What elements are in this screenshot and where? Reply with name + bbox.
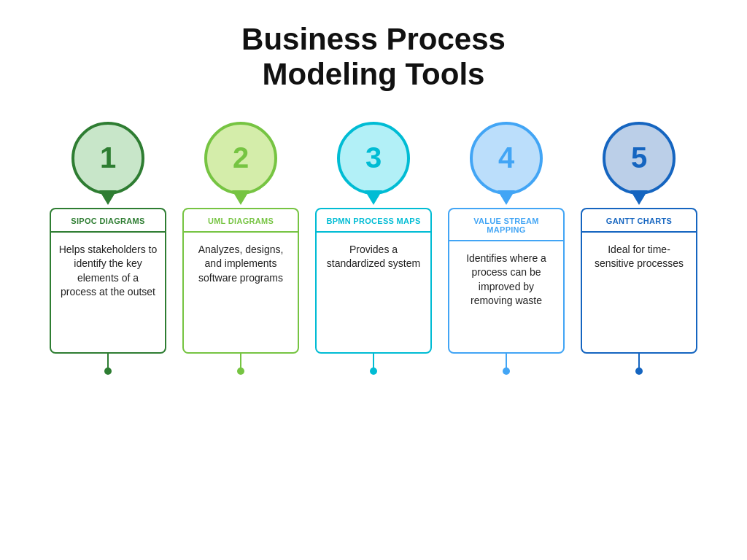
card-body-5: Ideal for time-sensitive processes — [582, 233, 696, 281]
card-title-3: BPMN PROCESS MAPS — [320, 209, 426, 231]
card-wrapper-1: 1 SIPOC DIAGRAMS Helps stakeholders to i… — [46, 122, 170, 375]
card-box-3: BPMN PROCESS MAPS Provides a standardize… — [315, 208, 432, 354]
card-title-4: VALUE STREAM MAPPING — [449, 209, 563, 240]
card-title-1: SIPOC DIAGRAMS — [65, 209, 150, 231]
dot-2 — [237, 368, 244, 375]
card-box-2: UML DIAGRAMS Analyzes, designs, and impl… — [182, 208, 299, 354]
connector-2 — [240, 354, 241, 368]
connector-1 — [107, 354, 109, 368]
card-title-5: GANTT CHARTS — [600, 209, 678, 231]
connector-4 — [506, 354, 507, 368]
card-wrapper-4: 4 VALUE STREAM MAPPING Identifies where … — [444, 122, 568, 375]
balloon-number-4: 4 — [498, 141, 514, 174]
balloon-number-5: 5 — [631, 141, 647, 174]
card-box-4: VALUE STREAM MAPPING Identifies where a … — [448, 208, 565, 354]
dot-5 — [635, 368, 643, 375]
card-title-2: UML DIAGRAMS — [202, 209, 279, 231]
card-box-5: GANTT CHARTS Ideal for time-sensitive pr… — [581, 208, 697, 354]
balloon-number-1: 1 — [100, 141, 116, 174]
balloon-number-2: 2 — [233, 141, 249, 174]
balloon-5: 5 — [603, 122, 676, 195]
card-wrapper-2: 2 UML DIAGRAMS Analyzes, designs, and im… — [179, 122, 303, 375]
connector-5 — [638, 354, 640, 368]
balloon-2: 2 — [204, 122, 277, 195]
card-box-1: SIPOC DIAGRAMS Helps stakeholders to ide… — [50, 208, 166, 354]
balloon-3: 3 — [337, 122, 410, 195]
card-wrapper-3: 3 BPMN PROCESS MAPS Provides a standardi… — [311, 122, 436, 375]
dot-4 — [503, 368, 510, 375]
card-wrapper-5: 5 GANTT CHARTS Ideal for time-sensitive … — [577, 122, 701, 375]
card-body-2: Analyzes, designs, and implements softwa… — [184, 233, 298, 296]
page-title: Business Process Modeling Tools — [241, 22, 506, 93]
cards-container: 1 SIPOC DIAGRAMS Helps stakeholders to i… — [15, 122, 732, 375]
card-body-3: Provides a standardized system — [317, 233, 430, 281]
balloon-1: 1 — [71, 122, 144, 195]
balloon-number-3: 3 — [365, 141, 382, 174]
dot-1 — [104, 368, 112, 375]
connector-3 — [373, 354, 374, 368]
card-body-1: Helps stakeholders to identify the key e… — [51, 233, 165, 310]
balloon-4: 4 — [470, 122, 543, 195]
card-body-4: Identifies where a process can be improv… — [449, 241, 563, 319]
dot-3 — [370, 368, 377, 375]
